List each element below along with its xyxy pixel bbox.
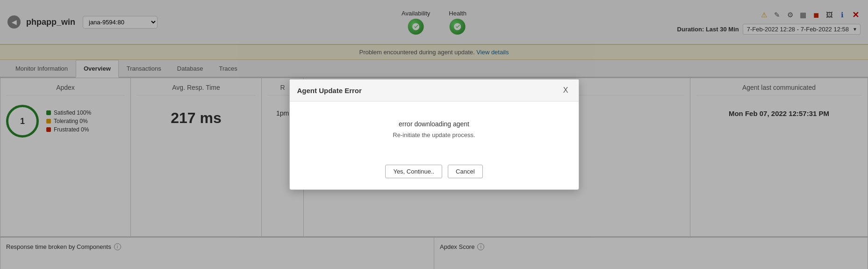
modal-sub-text: Re-initiate the update process. <box>299 131 569 138</box>
modal-title: Agent Update Error <box>297 87 362 95</box>
cancel-button[interactable]: Cancel <box>448 165 482 178</box>
agent-update-error-modal: Agent Update Error X error downloading a… <box>289 79 579 190</box>
modal-close-button[interactable]: X <box>560 85 571 95</box>
modal-overlay: Agent Update Error X error downloading a… <box>0 0 868 269</box>
modal-error-text: error downloading agent <box>299 120 569 128</box>
modal-body: error downloading agent Re-initiate the … <box>290 102 579 157</box>
continue-button[interactable]: Yes, Continue.. <box>385 165 442 178</box>
modal-header: Agent Update Error X <box>290 80 579 102</box>
modal-footer: Yes, Continue.. Cancel <box>290 157 579 189</box>
